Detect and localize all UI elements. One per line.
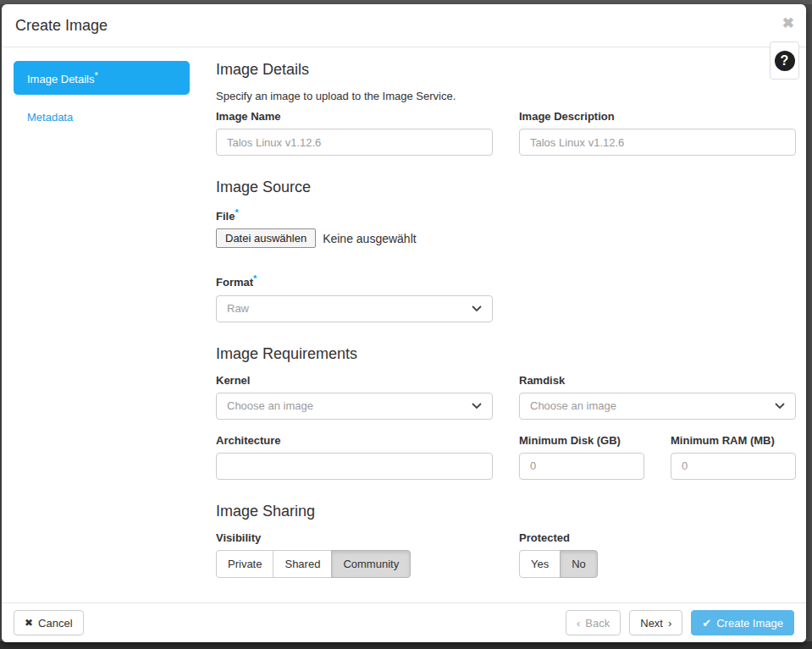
protected-button-group: Yes No xyxy=(519,550,598,578)
required-asterisk: * xyxy=(235,207,238,217)
min-ram-input[interactable] xyxy=(671,453,796,480)
image-name-input[interactable] xyxy=(216,129,493,156)
wizard-nav: Image Details* Metadata xyxy=(14,61,190,602)
section-heading-image-source: Image Source xyxy=(216,179,796,196)
chevron-right-icon: › xyxy=(668,617,671,630)
back-label: Back xyxy=(585,617,610,630)
visibility-community-button[interactable]: Community xyxy=(331,550,411,578)
close-button[interactable]: ✖ xyxy=(782,16,794,30)
wizard-content: Image Details Specify an image to upload… xyxy=(216,61,796,602)
next-label: Next xyxy=(640,617,663,630)
architecture-label: Architecture xyxy=(216,434,493,447)
section-heading-image-requirements: Image Requirements xyxy=(216,345,796,363)
cancel-label: Cancel xyxy=(38,617,72,630)
architecture-input[interactable] xyxy=(216,453,493,480)
modal-header: Create Image ✖ xyxy=(2,4,806,47)
image-description-input[interactable] xyxy=(519,129,796,156)
modal-footer: ✖ Cancel ‹ Back Next › ✔ Create Image xyxy=(2,602,806,642)
nav-item-label: Metadata xyxy=(27,111,73,124)
image-name-label: Image Name xyxy=(216,110,493,123)
format-selected-value: Raw xyxy=(227,302,249,315)
help-button[interactable]: ? xyxy=(770,41,799,80)
check-icon: ✔ xyxy=(702,617,711,630)
min-disk-input[interactable] xyxy=(519,453,644,480)
visibility-button-group: Private Shared Community xyxy=(216,550,411,578)
image-description-label: Image Description xyxy=(519,110,796,123)
file-label: File* xyxy=(216,207,796,223)
format-label: Format* xyxy=(216,273,493,289)
chevron-down-icon xyxy=(472,305,482,312)
format-select[interactable]: Raw xyxy=(216,295,493,322)
modal-body: Image Details* Metadata Image Details Sp… xyxy=(2,47,806,602)
min-disk-label: Minimum Disk (GB) xyxy=(519,434,644,447)
chevron-down-icon xyxy=(472,403,482,410)
file-status-text: Keine ausgewählt xyxy=(323,232,417,245)
required-asterisk: * xyxy=(94,70,97,80)
chevron-down-icon xyxy=(775,403,785,410)
ramdisk-selected-value: Choose an image xyxy=(530,399,616,412)
required-asterisk: * xyxy=(253,273,257,283)
chevron-left-icon: ‹ xyxy=(577,617,580,630)
cancel-button[interactable]: ✖ Cancel xyxy=(14,610,84,635)
footer-nav-buttons: ‹ Back Next › ✔ Create Image xyxy=(566,610,794,635)
cancel-x-icon: ✖ xyxy=(25,617,33,629)
file-input: Datei auswählen Keine ausgewählt xyxy=(216,228,796,248)
protected-label: Protected xyxy=(519,531,796,544)
close-icon: ✖ xyxy=(782,15,794,31)
modal-backdrop xyxy=(0,641,812,649)
file-choose-button[interactable]: Datei auswählen xyxy=(216,228,316,248)
nav-item-label: Image Details xyxy=(27,73,94,85)
min-ram-label: Minimum RAM (MB) xyxy=(671,434,796,447)
create-image-label: Create Image xyxy=(716,617,783,630)
protected-yes-button[interactable]: Yes xyxy=(519,550,561,578)
section-heading-image-details: Image Details xyxy=(216,61,796,79)
ramdisk-label: Ramdisk xyxy=(519,374,796,387)
ramdisk-select[interactable]: Choose an image xyxy=(519,393,796,420)
create-image-button[interactable]: ✔ Create Image xyxy=(691,610,794,635)
back-button[interactable]: ‹ Back xyxy=(566,610,621,635)
modal-title: Create Image xyxy=(15,17,108,35)
kernel-select[interactable]: Choose an image xyxy=(216,393,493,420)
nav-item-image-details[interactable]: Image Details* xyxy=(14,61,190,95)
nav-item-metadata[interactable]: Metadata xyxy=(14,102,190,133)
protected-no-button[interactable]: No xyxy=(560,550,598,578)
kernel-label: Kernel xyxy=(216,374,493,387)
kernel-selected-value: Choose an image xyxy=(227,399,313,412)
next-button[interactable]: Next › xyxy=(629,610,682,635)
visibility-shared-button[interactable]: Shared xyxy=(273,550,332,578)
section-heading-image-sharing: Image Sharing xyxy=(216,503,796,520)
visibility-label: Visibility xyxy=(216,531,493,544)
create-image-modal: Create Image ✖ ? Image Details* Metadata… xyxy=(2,4,806,642)
question-mark-icon: ? xyxy=(775,51,795,71)
visibility-private-button[interactable]: Private xyxy=(216,550,273,578)
section-description: Specify an image to upload to the Image … xyxy=(216,90,796,102)
